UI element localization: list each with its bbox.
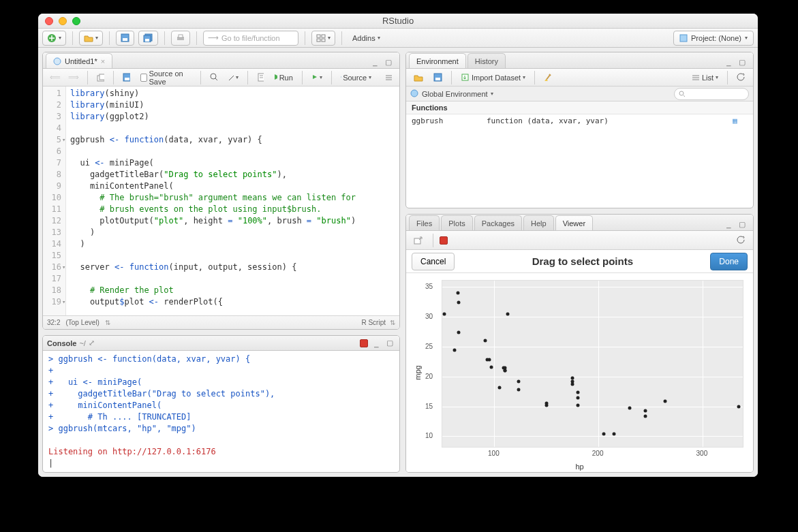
addins-menu[interactable]: Addins ▾ xyxy=(348,31,384,46)
minimize-source-icon[interactable]: ⎯ xyxy=(369,57,380,67)
goto-file-input[interactable]: ⟶ Go to file/function xyxy=(203,31,298,46)
svg-rect-15 xyxy=(99,74,104,80)
refresh-icon xyxy=(737,236,746,245)
tab-plots[interactable]: Plots xyxy=(441,215,472,230)
data-point xyxy=(628,407,631,410)
tab-help[interactable]: Help xyxy=(523,215,554,230)
svg-rect-9 xyxy=(322,35,325,37)
print-button[interactable] xyxy=(171,31,190,46)
tab-packages[interactable]: Packages xyxy=(474,215,522,230)
data-point xyxy=(517,379,520,383)
popout-viewer-button[interactable] xyxy=(410,234,427,247)
source-on-save-toggle[interactable]: Source on Save xyxy=(137,71,196,84)
stop-icon[interactable] xyxy=(360,339,368,347)
rerun-button[interactable]: ▾ xyxy=(308,71,326,84)
svg-point-18 xyxy=(211,74,216,79)
tab-viewer[interactable]: Viewer xyxy=(555,215,593,230)
source-tab-label: Untitled1* xyxy=(65,57,97,65)
close-tab-icon[interactable]: × xyxy=(101,57,105,65)
code-editor[interactable]: 12345678910111213141516171819 library(sh… xyxy=(43,87,399,315)
y-tick: 20 xyxy=(425,372,433,379)
x-tick: 300 xyxy=(696,450,708,457)
save-workspace-button[interactable] xyxy=(430,71,446,84)
data-point xyxy=(498,386,502,390)
save-source-button[interactable] xyxy=(119,71,134,84)
minimize-console-icon[interactable]: ⎯ xyxy=(371,339,382,348)
show-in-new-window-button[interactable] xyxy=(93,71,108,84)
outline-button[interactable] xyxy=(382,71,395,84)
notebook-icon xyxy=(257,73,264,82)
minimize-env-icon[interactable]: ⎯ xyxy=(723,57,734,67)
back-button[interactable]: ⟸ xyxy=(47,71,63,84)
load-workspace-button[interactable] xyxy=(410,71,427,84)
data-point xyxy=(576,391,579,394)
source-pane: Untitled1* × ⎯ ▢ ⟸ ⟹ xyxy=(42,52,400,330)
scope-indicator[interactable]: (Top Level) xyxy=(65,319,99,326)
x-tick: 100 xyxy=(488,450,500,457)
run-icon xyxy=(274,74,277,81)
data-point xyxy=(453,348,457,351)
compile-report-button[interactable] xyxy=(254,71,268,84)
data-point xyxy=(456,292,459,295)
titlebar: RStudio xyxy=(38,14,758,29)
cancel-button[interactable]: Cancel xyxy=(412,253,455,270)
data-point xyxy=(517,388,520,391)
svg-rect-12 xyxy=(680,35,687,42)
tab-files[interactable]: Files xyxy=(409,215,440,230)
import-dataset-button[interactable]: Import Dataset ▾ xyxy=(457,71,529,84)
goto-file-placeholder: Go to file/function xyxy=(221,34,280,42)
view-mode-button[interactable]: List ▾ xyxy=(688,71,722,84)
tab-history[interactable]: History xyxy=(467,53,506,68)
refresh-icon xyxy=(737,73,746,82)
source-tab[interactable]: Untitled1* × xyxy=(46,53,112,68)
forward-button[interactable]: ⟹ xyxy=(66,71,82,84)
view-function-icon[interactable]: ▦ xyxy=(733,116,748,125)
console-pane: Console ~/ ⤢ ⎯ ▢ > ggbrush <- function(d… xyxy=(42,335,400,473)
svg-rect-2 xyxy=(123,38,127,41)
svg-point-13 xyxy=(54,58,61,65)
import-icon xyxy=(461,73,470,82)
svg-point-34 xyxy=(411,90,418,97)
project-menu[interactable]: Project: (None) ▾ xyxy=(673,31,754,46)
source-button[interactable]: Source ▾ xyxy=(337,71,375,84)
maximize-env-icon[interactable]: ▢ xyxy=(737,57,748,67)
workspace-panes-button[interactable]: ▾ xyxy=(311,31,335,46)
env-search-input[interactable] xyxy=(674,88,749,100)
open-file-button[interactable]: ▾ xyxy=(79,31,103,46)
clear-workspace-button[interactable] xyxy=(540,71,557,84)
save-button[interactable] xyxy=(116,31,134,46)
language-indicator[interactable]: R Script xyxy=(361,319,386,326)
data-point xyxy=(602,432,605,435)
env-row[interactable]: ggbrushfunction (data, xvar, yvar)▦ xyxy=(406,114,753,127)
svg-rect-11 xyxy=(322,39,325,42)
done-button[interactable]: Done xyxy=(710,253,748,270)
source-label: Source xyxy=(343,74,367,82)
plot-panel xyxy=(442,280,743,448)
y-tick: 10 xyxy=(425,432,433,439)
save-all-button[interactable] xyxy=(138,31,158,46)
maximize-source-icon[interactable]: ▢ xyxy=(383,57,394,67)
data-point xyxy=(544,403,548,407)
plot-output[interactable]: mpg hp 101520253035100200300 xyxy=(406,273,753,472)
svg-rect-17 xyxy=(125,78,129,80)
console-path-expand-icon[interactable]: ⤢ xyxy=(89,339,95,347)
find-button[interactable] xyxy=(206,71,221,84)
y-tick: 35 xyxy=(425,282,433,290)
cursor-position: 32:2 xyxy=(47,319,60,326)
data-point xyxy=(506,313,510,316)
stop-viewer-icon[interactable] xyxy=(440,236,448,245)
console-output[interactable]: > ggbrush <- function(data, xvar, yvar) … xyxy=(43,351,399,472)
new-file-button[interactable]: ▾ xyxy=(42,31,66,46)
run-button[interactable]: Run xyxy=(271,71,296,84)
y-tick: 25 xyxy=(425,342,433,349)
maximize-viewer-icon[interactable]: ▢ xyxy=(737,219,748,229)
minimize-viewer-icon[interactable]: ⎯ xyxy=(723,219,734,229)
env-scope-label[interactable]: Global Environment xyxy=(422,90,488,98)
import-dataset-label: Import Dataset xyxy=(472,74,521,82)
data-point xyxy=(570,382,574,386)
refresh-viewer-button[interactable] xyxy=(733,234,749,247)
refresh-env-button[interactable] xyxy=(733,71,749,84)
maximize-console-icon[interactable]: ▢ xyxy=(384,339,395,348)
wand-button[interactable]: ▾ xyxy=(224,71,242,84)
tab-environment[interactable]: Environment xyxy=(409,53,466,68)
